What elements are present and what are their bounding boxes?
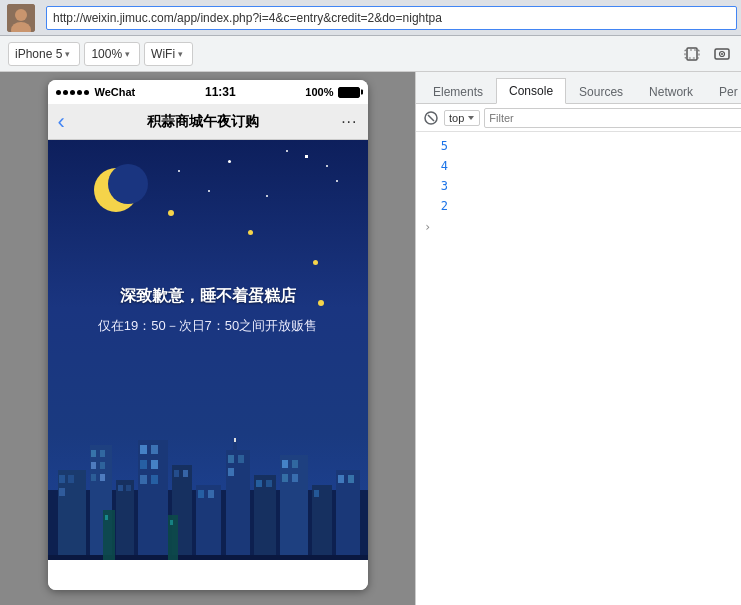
- moon: [88, 160, 148, 220]
- tab-network[interactable]: Network: [636, 79, 706, 104]
- svg-rect-21: [100, 474, 105, 481]
- context-label: top: [449, 112, 464, 124]
- svg-rect-24: [126, 485, 131, 491]
- svg-rect-47: [280, 455, 308, 560]
- svg-rect-19: [100, 462, 105, 469]
- context-select[interactable]: top: [444, 110, 480, 126]
- top-bar: http://weixin.jimuc.com/app/index.php?i=…: [0, 0, 741, 36]
- main-area: WeChat 11:31 100% ‹ 积蒜商城午夜订购 ···: [0, 72, 741, 605]
- star-6: [178, 170, 180, 172]
- yellow-star-2: [313, 260, 318, 265]
- svg-rect-34: [183, 470, 188, 477]
- devtools-panel: Elements Console Sources Network Per: [415, 72, 741, 605]
- signal-dot-1: [56, 90, 61, 95]
- console-line-4[interactable]: 4: [416, 156, 741, 176]
- status-right: 100%: [305, 86, 359, 98]
- svg-rect-22: [116, 480, 134, 560]
- star-1: [305, 155, 308, 158]
- carrier-label: WeChat: [95, 86, 136, 98]
- zoom-chevron: ▾: [125, 49, 130, 59]
- zoom-label: 100%: [91, 47, 122, 61]
- main-slogan: 深致歉意，睡不着蛋糕店: [98, 286, 318, 307]
- network-select[interactable]: WiFi ▾: [144, 42, 193, 66]
- svg-rect-58: [103, 510, 115, 560]
- prompt-arrow-icon: ›: [424, 220, 431, 234]
- console-content: 5 4 3 2 ›: [416, 132, 741, 605]
- star-7: [208, 190, 210, 192]
- svg-rect-41: [228, 455, 234, 463]
- yellow-star-5: [103, 200, 107, 204]
- battery-icon: [338, 87, 360, 98]
- svg-point-1: [15, 9, 27, 21]
- svg-rect-49: [292, 460, 298, 468]
- device-toolbar: iPhone 5 ▾ 100% ▾ WiFi ▾: [0, 36, 741, 72]
- zoom-select[interactable]: 100% ▾: [84, 42, 140, 66]
- device-select[interactable]: iPhone 5 ▾: [8, 42, 80, 66]
- clear-console-button[interactable]: [422, 109, 440, 127]
- url-bar[interactable]: http://weixin.jimuc.com/app/index.php?i=…: [46, 6, 737, 30]
- svg-rect-36: [198, 490, 204, 498]
- text-overlay: 深致歉意，睡不着蛋糕店 仅在19：50－次日7：50之间开放贩售: [82, 286, 334, 335]
- signal-dot-3: [70, 90, 75, 95]
- signal-dot-4: [77, 90, 82, 95]
- svg-rect-45: [256, 480, 262, 487]
- svg-rect-55: [338, 475, 344, 483]
- star-4: [336, 180, 338, 182]
- svg-rect-56: [348, 475, 354, 483]
- time-label: 11:31: [205, 85, 236, 99]
- svg-rect-11: [58, 470, 86, 560]
- signal-dot-2: [63, 90, 68, 95]
- devtools-toolbar: top: [416, 104, 741, 132]
- signal-dot-5: [84, 90, 89, 95]
- signal-area: WeChat: [56, 86, 136, 98]
- svg-rect-37: [208, 490, 214, 498]
- filter-input[interactable]: [484, 108, 741, 128]
- svg-rect-18: [91, 462, 96, 469]
- screenshot-icon[interactable]: [711, 43, 733, 65]
- svg-rect-29: [151, 460, 158, 469]
- console-line-2[interactable]: 2: [416, 196, 741, 216]
- back-button[interactable]: ‹: [58, 109, 65, 135]
- browser-viewport: WeChat 11:31 100% ‹ 积蒜商城午夜订购 ···: [0, 72, 415, 605]
- console-prompt[interactable]: ›: [416, 216, 741, 238]
- svg-marker-64: [468, 116, 474, 120]
- tab-elements[interactable]: Elements: [420, 79, 496, 104]
- svg-rect-40: [234, 438, 236, 442]
- device-label: iPhone 5: [15, 47, 62, 61]
- svg-rect-50: [282, 474, 288, 482]
- line-num-3: 3: [424, 179, 448, 193]
- battery-pct-label: 100%: [305, 86, 333, 98]
- svg-rect-53: [314, 490, 319, 497]
- star-5: [266, 195, 268, 197]
- more-button[interactable]: ···: [341, 113, 357, 131]
- svg-rect-14: [59, 488, 65, 496]
- svg-rect-38: [226, 450, 250, 560]
- network-label: WiFi: [151, 47, 175, 61]
- toolbar-icons: [681, 43, 733, 65]
- battery-fill: [339, 88, 359, 97]
- app-content: 深致歉意，睡不着蛋糕店 仅在19：50－次日7：50之间开放贩售: [48, 140, 368, 560]
- avatar-area: [0, 4, 42, 32]
- console-line-3[interactable]: 3: [416, 176, 741, 196]
- devtools-tabs: Elements Console Sources Network Per: [416, 72, 741, 104]
- console-line-5[interactable]: 5: [416, 136, 741, 156]
- svg-rect-46: [266, 480, 272, 487]
- svg-rect-48: [282, 460, 288, 468]
- tab-sources[interactable]: Sources: [566, 79, 636, 104]
- svg-rect-51: [292, 474, 298, 482]
- rotate-icon[interactable]: [681, 43, 703, 65]
- line-num-2: 2: [424, 199, 448, 213]
- tab-performance[interactable]: Per: [706, 79, 741, 104]
- star-8: [228, 160, 231, 163]
- tab-console[interactable]: Console: [496, 78, 566, 104]
- svg-rect-30: [140, 475, 147, 484]
- star-3: [286, 150, 288, 152]
- svg-line-63: [428, 115, 434, 121]
- city-skyline: [48, 430, 368, 560]
- svg-rect-13: [68, 475, 74, 483]
- svg-rect-42: [238, 455, 244, 463]
- svg-rect-44: [254, 475, 276, 560]
- svg-rect-39: [233, 440, 237, 454]
- svg-rect-25: [138, 440, 168, 560]
- nav-title: 积蒜商城午夜订购: [147, 113, 259, 131]
